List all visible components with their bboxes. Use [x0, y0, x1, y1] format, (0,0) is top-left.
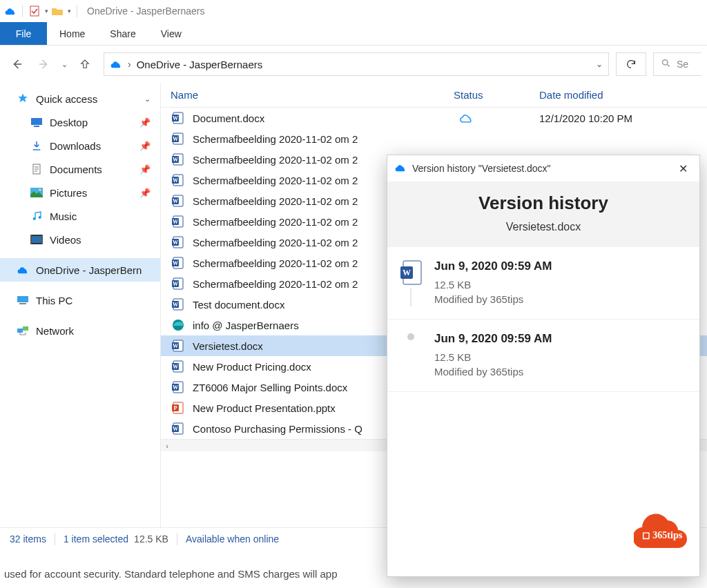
pin-icon: 📌: [139, 164, 151, 175]
dialog-filename: Versietest.docx: [394, 221, 693, 233]
svg-text:W: W: [173, 426, 178, 432]
nav-forward-button: [32, 52, 55, 76]
address-dropdown-icon[interactable]: ⌄: [596, 59, 603, 69]
file-date: 12/1/2020 10:20 PM: [539, 112, 707, 124]
documents-icon: [30, 163, 43, 175]
music-icon: [30, 210, 43, 222]
svg-text:W: W: [173, 157, 178, 163]
file-row[interactable]: WSchermafbeelding 2020-11-02 om 2: [161, 128, 707, 149]
svg-rect-13: [17, 296, 28, 302]
dialog-title-text: Version history "Versietest.docx": [412, 163, 551, 174]
dialog-titlebar[interactable]: Version history "Versietest.docx" ✕: [387, 155, 699, 182]
svg-point-7: [33, 217, 36, 220]
desktop-icon: [30, 116, 43, 128]
column-header-name[interactable]: Name: [171, 89, 454, 101]
word-file-icon: W: [171, 152, 186, 167]
window-titlebar: ▾ ▾ OneDrive - JasperBernaers: [0, 0, 707, 22]
column-headers: Name Status Date modified: [161, 83, 707, 108]
scroll-left-icon[interactable]: ‹: [161, 442, 173, 450]
word-file-icon: W: [171, 380, 186, 395]
status-availability: Available when online: [186, 533, 279, 545]
svg-text:W: W: [173, 198, 178, 204]
column-header-status[interactable]: Status: [454, 89, 539, 101]
word-file-icon: W: [171, 110, 186, 126]
svg-rect-11: [30, 235, 32, 244]
nav-up-button[interactable]: [73, 52, 97, 76]
word-file-icon: W: [171, 338, 186, 353]
dialog-header: Version history Versietest.docx: [387, 182, 699, 247]
svg-text:◻ 365tips: ◻ 365tips: [642, 530, 683, 540]
version-date: Jun 9, 2020 09:59 AM: [434, 332, 690, 346]
sidebar-item-network[interactable]: Network: [0, 319, 160, 342]
word-file-icon: W: [171, 131, 186, 146]
word-file-icon: W: [171, 193, 186, 208]
column-header-date[interactable]: Date modified: [539, 89, 707, 101]
navigation-row: ⌄ › OneDrive - JasperBernaers ⌄ Se: [0, 46, 707, 83]
svg-rect-3: [34, 126, 39, 127]
file-status-icon: [454, 113, 539, 123]
nav-back-button[interactable]: [6, 52, 29, 76]
pin-icon: 📌: [139, 117, 151, 128]
pc-icon: [17, 294, 29, 306]
file-row[interactable]: WDocument.docx12/1/2020 10:20 PM: [161, 108, 707, 128]
sidebar-item-videos[interactable]: Videos: [0, 228, 160, 251]
svg-point-1: [663, 60, 668, 66]
word-file-icon: W: [171, 255, 186, 271]
qat-dropdown-icon[interactable]: ▾: [45, 8, 48, 14]
timeline-dot-icon: [407, 333, 414, 340]
onedrive-cloud-icon: [110, 58, 122, 70]
svg-text:W: W: [173, 260, 178, 266]
sidebar-item-onedrive[interactable]: OneDrive - JasperBern: [0, 258, 160, 282]
tab-home[interactable]: Home: [47, 22, 97, 45]
svg-text:W: W: [173, 219, 178, 225]
version-entry[interactable]: WJun 9, 2020 09:59 AM12.5 KBModified by …: [387, 247, 699, 320]
ribbon: File Home Share View: [0, 22, 707, 46]
svg-text:W: W: [173, 343, 178, 349]
close-button[interactable]: ✕: [673, 162, 693, 175]
version-size: 12.5 KB: [434, 350, 690, 364]
videos-icon: [30, 233, 43, 246]
downloads-icon: [30, 139, 43, 152]
tab-share[interactable]: Share: [97, 22, 148, 45]
folder-dropdown-icon[interactable]: ▾: [68, 8, 71, 14]
svg-text:W: W: [173, 177, 178, 184]
search-icon: [661, 58, 671, 70]
svg-text:W: W: [173, 281, 178, 287]
sidebar-item-this-pc[interactable]: This PC: [0, 288, 160, 312]
svg-rect-14: [19, 303, 26, 304]
word-file-icon: W: [171, 421, 186, 436]
nav-recent-dropdown[interactable]: ⌄: [58, 52, 70, 76]
search-input[interactable]: Se: [653, 52, 701, 76]
svg-text:W: W: [173, 364, 178, 370]
checkmark-doc-icon[interactable]: [28, 5, 41, 17]
sidebar-item-documents[interactable]: Documents 📌: [0, 157, 160, 181]
window-title: OneDrive - JasperBernaers: [87, 6, 204, 17]
star-icon: [17, 92, 29, 105]
file-name: Document.docx: [193, 112, 454, 124]
tab-view[interactable]: View: [148, 22, 194, 45]
chevron-right-icon: ›: [128, 59, 131, 70]
sidebar-item-pictures[interactable]: Pictures 📌: [0, 181, 160, 204]
pin-icon: 📌: [139, 188, 151, 198]
sidebar-item-music[interactable]: Music: [0, 204, 160, 228]
word-file-icon: W: [171, 359, 186, 374]
chevron-down-icon[interactable]: ⌄: [144, 95, 151, 104]
refresh-button[interactable]: [616, 52, 646, 76]
version-entry[interactable]: Jun 9, 2020 09:59 AM12.5 KBModified by 3…: [387, 320, 699, 392]
sidebar-item-desktop[interactable]: Desktop 📌: [0, 110, 160, 134]
tab-file[interactable]: File: [0, 22, 47, 45]
word-file-icon: W: [171, 214, 186, 229]
sidebar-item-downloads[interactable]: Downloads 📌: [0, 134, 160, 157]
svg-rect-0: [30, 6, 39, 16]
word-file-icon: W: [171, 297, 186, 312]
breadcrumb[interactable]: OneDrive - JasperBernaers: [137, 59, 263, 70]
onedrive-cloud-icon: [4, 5, 17, 17]
file-name: Schermafbeelding 2020-11-02 om 2: [193, 133, 454, 145]
word-file-icon: W: [171, 235, 186, 250]
svg-rect-12: [41, 235, 43, 244]
dialog-heading: Version history: [394, 193, 693, 214]
word-file-icon: W: [171, 173, 186, 188]
sidebar-quick-access[interactable]: Quick access ⌄: [0, 87, 160, 110]
address-bar[interactable]: › OneDrive - JasperBernaers ⌄: [104, 52, 609, 76]
folder-icon: [51, 5, 64, 17]
